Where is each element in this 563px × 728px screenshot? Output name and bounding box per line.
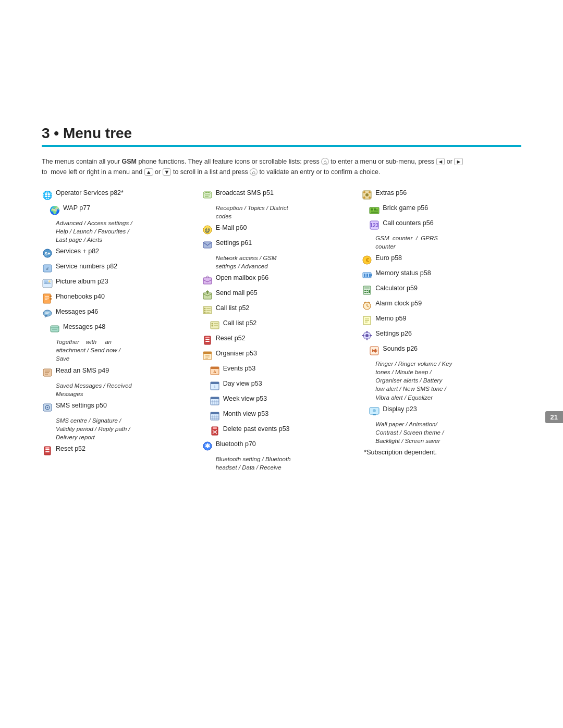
list-item: Reset p52	[42, 445, 192, 456]
service-numbers-icon: #	[42, 263, 53, 274]
phonebooks-icon	[42, 293, 53, 304]
list-item: Memo p59	[361, 314, 512, 326]
sms-settings-svg	[42, 402, 53, 413]
reset1-svg	[42, 446, 53, 456]
subscription-label: *Subscription dependent.	[364, 448, 437, 458]
week-view-icon	[209, 395, 221, 406]
list-item: Display p23	[369, 405, 512, 417]
list-item: S+ Services + p82	[42, 247, 192, 259]
page: 3 • Menu tree The menus contain all your…	[0, 0, 563, 507]
messages2-label: Messages p48	[63, 323, 105, 332]
call-list1-svg	[202, 305, 213, 315]
svg-rect-9	[50, 295, 52, 297]
svg-rect-133	[371, 414, 377, 414]
email-settings-icon	[202, 239, 213, 251]
picture-album-label: Picture album p23	[56, 277, 108, 287]
list-item: Organiser p53	[202, 349, 352, 361]
list-item: 123 Call counters p56	[369, 219, 512, 231]
svg-rect-94	[371, 208, 373, 211]
picture-album-icon	[42, 278, 53, 289]
svg-rect-82	[213, 427, 217, 429]
display-icon	[369, 405, 380, 417]
svg-text:€: €	[366, 257, 369, 263]
list-item: Brick game p56	[369, 204, 512, 216]
call-list2-label: Call list p52	[223, 319, 257, 328]
sounds-icon	[369, 345, 380, 356]
svg-rect-127	[366, 338, 368, 340]
day-view-label: Day view p53	[223, 379, 262, 389]
svg-point-27	[47, 406, 48, 408]
service-numbers-label: Service numbers p82	[56, 262, 117, 272]
bluetooth-svg: ✱	[202, 441, 213, 451]
alarm-clock-label: Alarm clock p59	[375, 299, 422, 309]
svg-rect-55	[205, 341, 210, 342]
svg-point-49	[211, 323, 213, 325]
svg-rect-54	[205, 339, 210, 340]
settings-main-svg	[362, 330, 372, 341]
list-item: 1 Day view p53	[209, 379, 352, 391]
svg-point-91	[363, 196, 365, 199]
list-item: Messages p48	[49, 323, 192, 335]
svg-rect-103	[371, 274, 372, 276]
wap-label: WAP p77	[63, 204, 90, 213]
memo-icon	[361, 315, 373, 326]
brick-game-label: Brick game p56	[383, 204, 428, 213]
euro-label: Euro p58	[375, 254, 402, 263]
svg-rect-129	[370, 335, 372, 336]
display-svg	[369, 406, 380, 416]
svg-point-46	[204, 312, 205, 314]
list-item: ✱ Bluetooth p70	[202, 440, 352, 452]
svg-text:✱: ✱	[205, 442, 210, 450]
reset2-icon	[202, 335, 213, 346]
wap-sub: Advanced / Access settings /Help / Launc…	[56, 219, 192, 244]
list-item: Delete past events p53	[209, 425, 352, 437]
open-mailbox-svg	[202, 275, 213, 285]
call-counters-sub: GSM counter / GPRScounter	[375, 234, 512, 251]
svg-point-88	[365, 193, 369, 196]
alarm-clock-icon	[361, 300, 373, 311]
svg-text:A: A	[213, 369, 216, 374]
read-sms-icon	[42, 367, 53, 378]
svg-text:@: @	[205, 227, 210, 233]
svg-rect-10	[50, 298, 52, 300]
svg-point-7	[48, 280, 51, 282]
list-item: Messages p46	[42, 307, 192, 319]
svg-text:#: #	[46, 266, 49, 271]
display-label: Display p23	[383, 405, 417, 414]
svg-point-90	[369, 191, 371, 193]
open-mailbox-label: Open mailbox p66	[216, 274, 268, 283]
list-item: Settings p26	[361, 329, 512, 341]
sounds-label: Sounds p26	[383, 344, 418, 354]
read-sms-sub: Saved Messages / ReceivedMessages	[56, 381, 192, 398]
delete-past-events-svg	[210, 426, 220, 436]
list-item: Calculator p59	[361, 284, 512, 296]
svg-rect-126	[366, 331, 368, 333]
email-icon: @	[202, 224, 213, 236]
svg-rect-108	[364, 287, 370, 289]
messages-label: Messages p46	[56, 307, 98, 317]
broadcast-sms-sub: Reception / Topics / Districtcodes	[216, 204, 352, 220]
svg-rect-63	[211, 367, 219, 369]
picture-album-svg	[42, 278, 53, 289]
svg-rect-97	[371, 212, 378, 213]
bluetooth-icon: ✱	[202, 440, 213, 452]
svg-rect-38	[203, 278, 212, 284]
wap-icon: 🌍	[49, 204, 60, 216]
svg-rect-105	[366, 274, 368, 277]
column-3: Extras p56 Brick game p56	[361, 189, 521, 463]
month-view-label: Month view p53	[223, 410, 269, 419]
calculator-label: Calculator p59	[375, 284, 418, 293]
broadcast-sms-svg	[202, 190, 213, 200]
list-item: Month view p53	[209, 410, 352, 422]
organiser-svg	[202, 350, 213, 361]
list-item: @ E-Mail p60	[202, 224, 352, 236]
svg-rect-18	[51, 326, 59, 332]
svg-rect-128	[362, 335, 364, 336]
email-svg: @	[202, 225, 213, 235]
svg-rect-31	[45, 447, 50, 449]
call-list1-label: Call list p52	[216, 304, 250, 313]
svg-rect-95	[374, 208, 376, 211]
phonebooks-svg	[42, 293, 53, 304]
bluetooth-label: Bluetooth p70	[216, 440, 256, 449]
svg-rect-106	[369, 274, 371, 277]
